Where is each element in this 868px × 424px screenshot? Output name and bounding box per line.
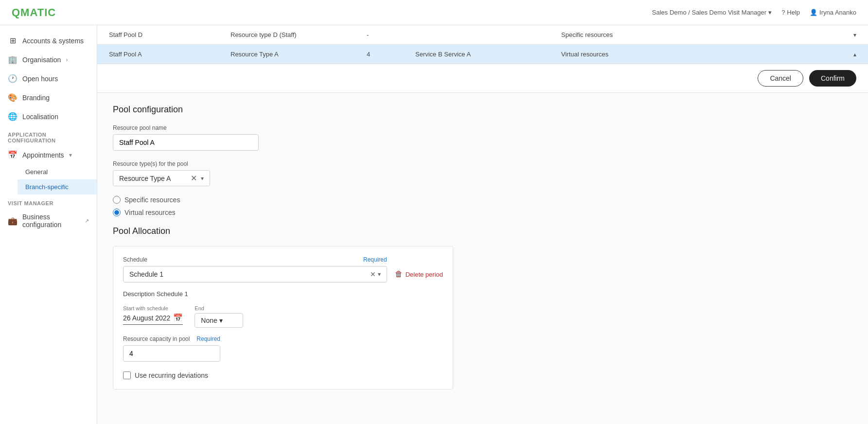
organisation-icon: 🏢 <box>8 55 18 64</box>
resource-type: Resource Type A <box>230 51 367 58</box>
help-button[interactable]: ? Help <box>781 9 800 16</box>
description-row: Description Schedule 1 <box>123 290 443 298</box>
user-button[interactable]: 👤 Iryna Ananko <box>810 9 856 16</box>
account-icon: 👤 <box>810 9 817 16</box>
clear-icon[interactable]: ✕ <box>191 174 197 183</box>
radio-specific[interactable]: Specific resources <box>113 196 852 204</box>
start-label: Start with schedule <box>123 305 183 311</box>
sidebar-item-branding[interactable]: 🎨 Branding <box>0 88 97 107</box>
sidebar: ⊞ Accounts & systems 🏢 Organisation › 🕐 … <box>0 25 97 424</box>
main-content: Staff Pool D Resource type D (Staff) - S… <box>97 25 868 424</box>
logo: QMATIC <box>12 6 56 19</box>
sidebar-item-label: Business configuration <box>22 213 80 229</box>
pool-name-input[interactable] <box>113 134 259 151</box>
sidebar-item-label: Branding <box>22 94 50 102</box>
sidebar-item-accounts[interactable]: ⊞ Accounts & systems <box>0 31 97 50</box>
sidebar-item-business-config[interactable]: 💼 Business configuration ↗ <box>0 208 97 233</box>
branding-icon: 🎨 <box>8 93 18 102</box>
radio-group: Specific resources Virtual resources <box>113 196 852 216</box>
type-col: Specific resources ▾ <box>561 31 856 38</box>
chevron-down-icon: ▾ <box>219 317 223 324</box>
type-col: Virtual resources ▴ <box>561 51 856 58</box>
clock-icon: 🕐 <box>8 74 18 83</box>
sidebar-item-branch-specific[interactable]: Branch-specific <box>18 179 97 194</box>
start-date-value: 26 August 2022 <box>123 314 170 322</box>
capacity-label: Resource capacity in pool <box>123 336 190 342</box>
clear-icon[interactable]: ✕ <box>370 270 376 278</box>
chevron-right-icon: › <box>66 56 68 63</box>
sidebar-item-label: Accounts & systems <box>22 37 84 45</box>
sidebar-item-label: Organisation <box>22 56 61 64</box>
help-label: Help <box>787 9 800 16</box>
calendar-icon[interactable]: 📅 <box>173 313 183 322</box>
sidebar-item-open-hours[interactable]: 🕐 Open hours <box>0 69 97 88</box>
capacity-required: Required <box>196 336 220 342</box>
pool-config-title: Pool configuration <box>113 105 852 115</box>
pool-name-group: Resource pool name <box>113 124 852 151</box>
dates-row: Start with schedule 26 August 2022 📅 End… <box>123 305 443 328</box>
start-date-wrap: 26 August 2022 📅 <box>123 313 183 325</box>
allocation-box: Schedule Required Schedule 1 ✕ ▾ 🗑 D <box>113 246 453 389</box>
capacity-header: Resource capacity in pool Required <box>123 336 220 342</box>
demo-selector[interactable]: Sales Demo / Sales Demo Visit Manager ▾ <box>652 9 772 16</box>
sidebar-item-label: Open hours <box>22 75 58 83</box>
help-circle-icon: ? <box>781 9 785 16</box>
schedule-required: Required <box>363 256 387 263</box>
schedule-row: Schedule Required Schedule 1 ✕ ▾ 🗑 D <box>123 256 443 283</box>
delete-period-label: Delete period <box>406 271 443 278</box>
localisation-icon: 🌐 <box>8 112 18 121</box>
sidebar-item-localisation[interactable]: 🌐 Localisation <box>0 107 97 126</box>
business-icon: 💼 <box>8 216 18 226</box>
schedule-header: Schedule Required <box>123 256 387 263</box>
sidebar-item-label: Appointments <box>22 151 64 159</box>
resource-type: Resource type D (Staff) <box>230 31 367 38</box>
action-bar: Cancel Confirm <box>97 64 868 93</box>
radio-specific-label: Specific resources <box>124 196 180 204</box>
chevron-down-icon: ▾ <box>69 152 72 159</box>
topnav-right: Sales Demo / Sales Demo Visit Manager ▾ … <box>652 9 856 16</box>
chevron-up-icon[interactable]: ▴ <box>853 51 856 58</box>
radio-virtual-input[interactable] <box>113 209 121 216</box>
radio-virtual[interactable]: Virtual resources <box>113 209 852 216</box>
pool-name-label: Resource pool name <box>113 124 852 131</box>
delete-period-button[interactable]: 🗑 Delete period <box>395 256 443 279</box>
schedule-select[interactable]: Schedule 1 ✕ ▾ <box>123 266 387 283</box>
user-name: Iryna Ananko <box>819 9 856 16</box>
layout: ⊞ Accounts & systems 🏢 Organisation › 🕐 … <box>0 25 868 424</box>
count: 4 <box>367 51 415 58</box>
count: - <box>367 31 415 38</box>
services: Service B Service A <box>415 51 561 58</box>
schedule-field: Schedule Required Schedule 1 ✕ ▾ <box>123 256 387 283</box>
capacity-group: Resource capacity in pool Required <box>123 336 220 362</box>
pool-name: Staff Pool A <box>109 51 230 58</box>
topnav: QMATIC Sales Demo / Sales Demo Visit Man… <box>0 0 868 25</box>
table-row[interactable]: Staff Pool D Resource type D (Staff) - S… <box>97 25 868 45</box>
sidebar-item-general[interactable]: General <box>18 164 97 179</box>
description-label: Description <box>123 290 155 298</box>
sidebar-item-appointments[interactable]: 📅 Appointments ▾ <box>0 145 97 164</box>
chevron-down-icon[interactable]: ▾ <box>853 32 856 38</box>
resource-type-select[interactable]: Resource Type A ✕ ▾ <box>113 170 210 186</box>
sidebar-item-label: General <box>25 168 48 176</box>
accounts-icon: ⊞ <box>8 36 18 45</box>
table-row-selected[interactable]: Staff Pool A Resource Type A 4 Service B… <box>97 45 868 64</box>
recurring-deviations-label: Use recurring deviations <box>135 371 208 379</box>
cancel-button[interactable]: Cancel <box>758 70 803 87</box>
sidebar-sub-appointments: General Branch-specific <box>0 164 97 194</box>
start-date-field: Start with schedule 26 August 2022 📅 <box>123 305 183 328</box>
resource-type-label: Resource type(s) for the pool <box>113 160 852 167</box>
end-select[interactable]: None ▾ <box>195 313 243 328</box>
resource-type-value: Resource Type A <box>119 175 187 182</box>
chevron-down-icon[interactable]: ▾ <box>378 271 381 278</box>
recurring-deviations-checkbox[interactable]: Use recurring deviations <box>123 371 443 379</box>
confirm-button[interactable]: Confirm <box>809 70 856 87</box>
recurring-deviations-input[interactable] <box>123 371 131 379</box>
chevron-down-icon[interactable]: ▾ <box>201 175 204 182</box>
sidebar-item-organisation[interactable]: 🏢 Organisation › <box>0 50 97 69</box>
end-value: None <box>201 317 217 324</box>
radio-specific-input[interactable] <box>113 196 121 204</box>
demo-label: Sales Demo / Sales Demo Visit Manager <box>652 9 766 16</box>
capacity-input[interactable] <box>123 345 220 362</box>
section-visit-manager: Visit Manager <box>0 194 97 208</box>
appointments-icon: 📅 <box>8 150 18 159</box>
